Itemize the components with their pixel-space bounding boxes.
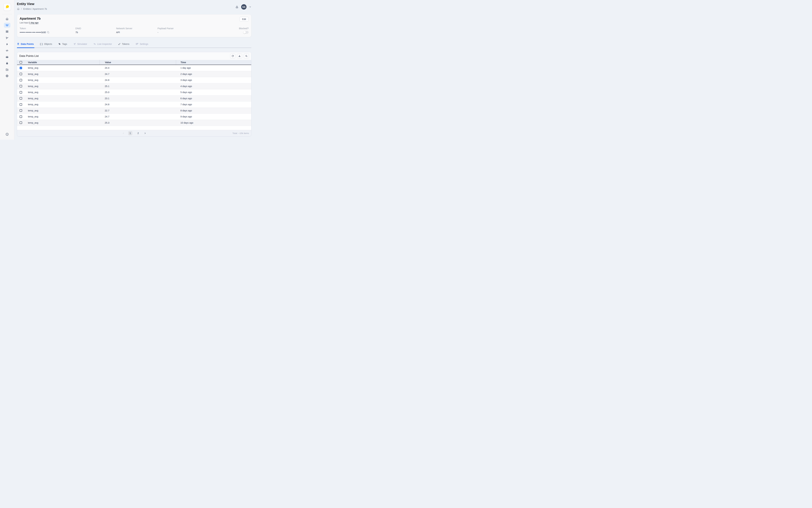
avatar[interactable]: SS xyxy=(241,4,247,10)
select-all-checkbox[interactable] xyxy=(19,61,22,64)
row-variable: temp_avg xyxy=(26,101,99,108)
folder-upload-icon xyxy=(5,68,9,71)
main-content: Entity View / Entities / Apartment 7b SS xyxy=(14,0,255,140)
panel-footer: 1 2 Total: ~10k items xyxy=(17,130,251,136)
sidebar-item-analysis[interactable] xyxy=(4,48,10,53)
code-icon xyxy=(5,49,9,52)
sidebar xyxy=(0,0,14,140)
sidebar-nav xyxy=(4,16,10,78)
row-variable: temp_avg xyxy=(26,89,99,95)
sidebar-item-integrations[interactable] xyxy=(4,73,10,78)
tab-objects[interactable]: { } Objects xyxy=(40,43,52,45)
app-root: Entity View / Entities / Apartment 7b SS xyxy=(0,0,255,140)
row-checkbox[interactable] xyxy=(19,109,22,112)
row-value: 24.7 xyxy=(99,114,176,120)
tab-simulator[interactable]: Simulator xyxy=(73,43,87,45)
row-time: 2 days ago xyxy=(176,71,251,77)
home-icon[interactable] xyxy=(17,7,19,10)
row-time: 10 days ago xyxy=(176,120,251,126)
database-icon xyxy=(17,43,19,45)
braces-icon: { } xyxy=(40,43,43,45)
row-time: 1 day ago xyxy=(176,65,251,71)
sidebar-item-access[interactable] xyxy=(4,61,10,66)
tab-tags[interactable]: Tags xyxy=(58,43,67,45)
panel-title: Data Points List xyxy=(19,54,39,58)
row-checkbox[interactable] xyxy=(19,85,22,87)
table-row[interactable]: temp_avg 25.1 4 days ago xyxy=(17,83,251,89)
table-row[interactable]: temp_avg 23.1 6 days ago xyxy=(17,95,251,102)
breadcrumb-path[interactable]: Entities / Apartment 7b xyxy=(23,8,47,10)
row-variable: temp_avg xyxy=(26,114,99,120)
account-menu-button[interactable] xyxy=(249,6,251,8)
row-time: 4 days ago xyxy=(176,83,251,89)
table-row[interactable]: temp_avg 24.4 1 day ago xyxy=(17,65,251,71)
tab-data-points[interactable]: Data Points xyxy=(17,43,34,45)
refresh-button[interactable] xyxy=(230,53,235,58)
top-actions: SS xyxy=(235,4,251,10)
globe-icon xyxy=(5,74,9,78)
row-checkbox[interactable] xyxy=(19,73,22,75)
table-body: temp_avg 24.4 1 day ago temp_avg 24.7 2 … xyxy=(17,65,251,126)
breadcrumb-separator: / xyxy=(21,8,22,10)
chevron-left-icon xyxy=(122,132,124,134)
table-row[interactable]: temp_avg 22.7 8 days ago xyxy=(17,108,251,114)
blocked-toggle[interactable] xyxy=(243,31,249,34)
last-input-value[interactable]: 1 day ago xyxy=(29,22,39,24)
row-variable: temp_avg xyxy=(26,71,99,77)
list-search-icon xyxy=(93,43,96,45)
sidebar-item-users[interactable] xyxy=(4,54,10,59)
column-header-variable[interactable]: Variable xyxy=(26,60,99,65)
pagination: 1 2 xyxy=(122,131,146,135)
row-checkbox[interactable] xyxy=(19,67,22,69)
column-header-time[interactable]: Time xyxy=(176,60,251,65)
row-checkbox[interactable] xyxy=(19,122,22,124)
table-row[interactable]: temp_avg 25.0 5 days ago xyxy=(17,89,251,95)
sidebar-item-connections[interactable] xyxy=(4,35,10,40)
page-button-2[interactable]: 2 xyxy=(136,131,140,135)
sidebar-item-files[interactable] xyxy=(4,67,10,72)
tab-settings[interactable]: ⚙⚙ Settings xyxy=(136,43,148,45)
table-row[interactable]: temp_avg 24.8 7 days ago xyxy=(17,101,251,108)
sidebar-item-devices[interactable] xyxy=(4,23,10,28)
column-header-value[interactable]: Value xyxy=(99,60,176,65)
row-time: 7 days ago xyxy=(176,101,251,108)
tab-live-inspector[interactable]: Live Inspector xyxy=(93,43,112,45)
table-row[interactable]: temp_avg 25.3 10 days ago xyxy=(17,120,251,126)
search-button[interactable] xyxy=(244,53,249,58)
tab-tokens[interactable]: Tokens xyxy=(118,43,129,45)
broadcast-icon xyxy=(5,24,9,27)
row-value: 24.8 xyxy=(99,77,176,83)
download-icon xyxy=(238,55,241,57)
previous-page-button[interactable] xyxy=(122,132,124,134)
entity-card: Apartment 7b Last Input 1 day ago Edit T… xyxy=(17,14,251,37)
table-row[interactable]: temp_avg 24.7 2 days ago xyxy=(17,71,251,77)
edit-button[interactable]: Edit xyxy=(240,17,249,22)
bell-icon xyxy=(235,5,239,9)
sidebar-help[interactable] xyxy=(5,132,9,136)
sidebar-item-dashboards[interactable] xyxy=(4,29,10,34)
row-value: 23.1 xyxy=(99,95,176,101)
next-page-button[interactable] xyxy=(144,132,146,134)
row-checkbox[interactable] xyxy=(19,97,22,99)
row-checkbox[interactable] xyxy=(19,79,22,81)
row-checkbox[interactable] xyxy=(19,116,22,118)
notifications-button[interactable] xyxy=(235,5,239,9)
sidebar-item-home[interactable] xyxy=(4,16,10,21)
page-button-1[interactable]: 1 xyxy=(128,131,132,135)
download-button[interactable] xyxy=(237,53,242,58)
row-value: 25.1 xyxy=(99,83,176,89)
table-row[interactable]: temp_avg 24.8 3 days ago xyxy=(17,77,251,83)
copy-token-button[interactable] xyxy=(47,31,49,34)
search-icon xyxy=(245,55,248,57)
table-row[interactable]: temp_avg 24.7 9 days ago xyxy=(17,114,251,120)
info-icon xyxy=(5,132,9,136)
field-token: Token •••••••-••••••••-••••-•••••••3c60 xyxy=(19,27,75,34)
field-dnid: DNID 7b xyxy=(75,27,116,34)
toggle-knob xyxy=(243,31,246,34)
app-logo[interactable] xyxy=(3,3,11,11)
row-checkbox[interactable] xyxy=(19,103,22,106)
token-value: •••••••-••••••••-••••-•••••••3c60 xyxy=(19,31,46,34)
row-variable: temp_avg xyxy=(26,95,99,101)
row-checkbox[interactable] xyxy=(19,91,22,93)
sidebar-item-actions[interactable] xyxy=(4,42,10,47)
